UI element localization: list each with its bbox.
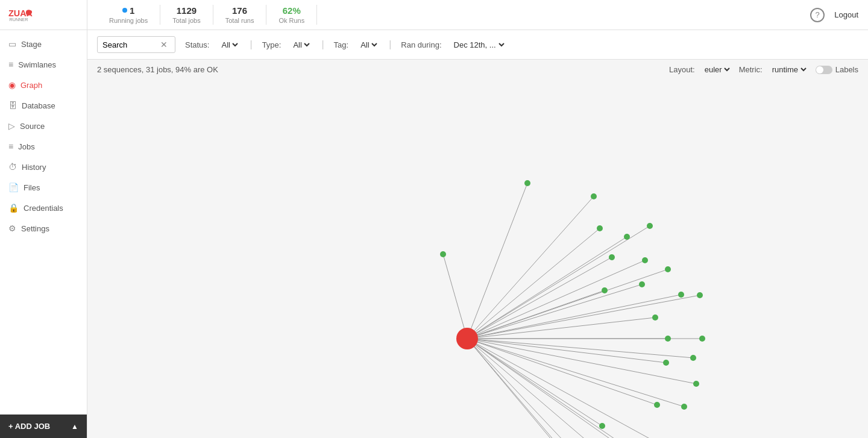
svg-line-10 (467, 257, 612, 339)
type-filter-select[interactable]: All (291, 40, 312, 50)
type-filter-label: Type: (262, 40, 281, 49)
svg-point-45 (602, 287, 608, 293)
total-runs-value: 176 (232, 5, 247, 17)
sidebar-label-settings: Settings (21, 224, 49, 233)
credentials-icon: 🔒 (8, 203, 19, 213)
search-clear-icon[interactable]: ✕ (160, 40, 168, 49)
stat-ok-runs: 62% Ok Runs (266, 5, 317, 25)
sidebar-item-stage[interactable]: ▭ Stage (0, 34, 87, 54)
svg-point-44 (652, 314, 658, 321)
search-input[interactable] (102, 40, 157, 49)
svg-point-46 (697, 292, 703, 298)
sidebar-item-credentials[interactable]: 🔒 Credentials (0, 198, 87, 218)
nav-items: ▭ Stage ≡ Swimlanes ◉ Graph 🗄 Database ▷… (0, 30, 87, 415)
svg-point-51 (663, 360, 669, 366)
svg-point-32 (456, 328, 478, 349)
graph-area[interactable] (87, 80, 868, 438)
sidebar-label-source: Source (20, 122, 45, 131)
svg-point-38 (647, 223, 653, 229)
svg-text:RUNNER: RUNNER (10, 17, 28, 22)
svg-point-40 (609, 254, 615, 260)
svg-point-50 (690, 355, 696, 361)
logo-icon: ZUAR RUNNER (8, 3, 33, 27)
svg-line-27 (467, 339, 600, 438)
running-jobs-value: 1 (130, 5, 134, 17)
main-content: 1 Running jobs 1129 Total jobs 176 Total… (87, 0, 868, 438)
running-jobs-label: Running jobs (109, 16, 148, 25)
svg-point-42 (678, 292, 684, 298)
filter-sep-2: | (321, 39, 324, 50)
layout-select[interactable]: euler (702, 64, 732, 75)
logo-area: ZUAR RUNNER (0, 0, 87, 30)
svg-point-36 (597, 225, 603, 231)
help-icon: ? (816, 10, 820, 19)
sidebar-item-history[interactable]: ⏱ History (0, 157, 87, 177)
svg-line-19 (467, 339, 696, 384)
add-job-button[interactable]: + ADD JOB ▲ (0, 415, 87, 438)
labels-label: Labels (835, 65, 858, 74)
database-icon: 🗄 (8, 101, 17, 110)
stat-running-jobs: 1 Running jobs (97, 5, 160, 25)
metric-select[interactable]: runtime (770, 64, 808, 75)
status-filter-select[interactable]: All (219, 40, 240, 50)
svg-point-43 (639, 281, 645, 287)
sidebar-item-files[interactable]: 📄 Files (0, 177, 87, 198)
sidebar-label-swimlanes: Swimlanes (18, 60, 56, 69)
sidebar-item-graph[interactable]: ◉ Graph (0, 75, 87, 95)
help-button[interactable]: ? (810, 8, 825, 22)
layout-label: Layout: (669, 65, 695, 74)
svg-line-6 (467, 228, 600, 339)
ok-runs-label: Ok Runs (278, 16, 304, 25)
sidebar-item-database[interactable]: 🗄 Database (0, 95, 87, 116)
sidebar: ZUAR RUNNER ▭ Stage ≡ Swimlanes ◉ Graph … (0, 0, 87, 438)
tag-filter-label: Tag: (334, 40, 349, 49)
stat-total-runs: 176 Total runs (213, 5, 267, 25)
filter-sep-3: | (389, 39, 391, 50)
sidebar-label-database: Database (22, 101, 55, 110)
svg-line-11 (467, 260, 645, 339)
sidebar-label-credentials: Credentials (24, 204, 63, 213)
svg-line-22 (467, 339, 684, 407)
total-jobs-label: Total jobs (172, 16, 200, 25)
settings-icon: ⚙ (8, 224, 16, 233)
search-box[interactable]: ✕ (97, 36, 175, 53)
jobs-icon: ≡ (8, 142, 13, 151)
svg-point-35 (591, 193, 597, 199)
svg-line-4 (443, 254, 467, 339)
svg-point-33 (524, 180, 530, 186)
sidebar-item-swimlanes[interactable]: ≡ Swimlanes (0, 54, 87, 75)
chevron-up-icon: ▲ (71, 422, 78, 431)
svg-line-13 (467, 284, 642, 339)
svg-point-39 (665, 266, 671, 272)
sidebar-label-graph: Graph (20, 81, 42, 90)
sidebar-item-jobs[interactable]: ≡ Jobs (0, 136, 87, 157)
svg-point-37 (624, 234, 630, 240)
sidebar-item-source[interactable]: ▷ Source (0, 116, 87, 136)
tag-filter-select[interactable]: All (358, 40, 379, 50)
svg-point-49 (693, 381, 699, 387)
metric-label: Metric: (739, 65, 763, 74)
total-jobs-value: 1129 (177, 5, 197, 17)
topbar: 1 Running jobs 1129 Total jobs 176 Total… (87, 0, 868, 30)
graph-icon: ◉ (8, 80, 16, 90)
toggle-box[interactable] (816, 66, 832, 74)
svg-point-34 (440, 251, 446, 257)
labels-toggle[interactable]: Labels (816, 65, 858, 74)
sidebar-label-stage: Stage (21, 40, 42, 49)
ran-during-select[interactable]: Dec 12th, ... (451, 40, 506, 50)
swimlanes-icon: ≡ (8, 60, 13, 69)
svg-line-30 (467, 339, 594, 438)
svg-point-47 (665, 336, 671, 342)
status-filter-label: Status: (185, 40, 209, 49)
source-icon: ▷ (8, 121, 15, 131)
filter-sep-1: | (250, 39, 252, 50)
svg-point-56 (599, 423, 605, 429)
sidebar-item-settings[interactable]: ⚙ Settings (0, 218, 87, 239)
logout-button[interactable]: Logout (834, 10, 858, 19)
history-icon: ⏱ (8, 162, 17, 172)
top-right-controls: ? Logout (810, 8, 858, 22)
ran-during-label: Ran during: (401, 40, 441, 49)
filterbar: ✕ Status: All | Type: All | Tag: All | R… (87, 30, 868, 60)
ok-runs-value: 62% (283, 5, 301, 17)
svg-line-20 (467, 339, 693, 358)
